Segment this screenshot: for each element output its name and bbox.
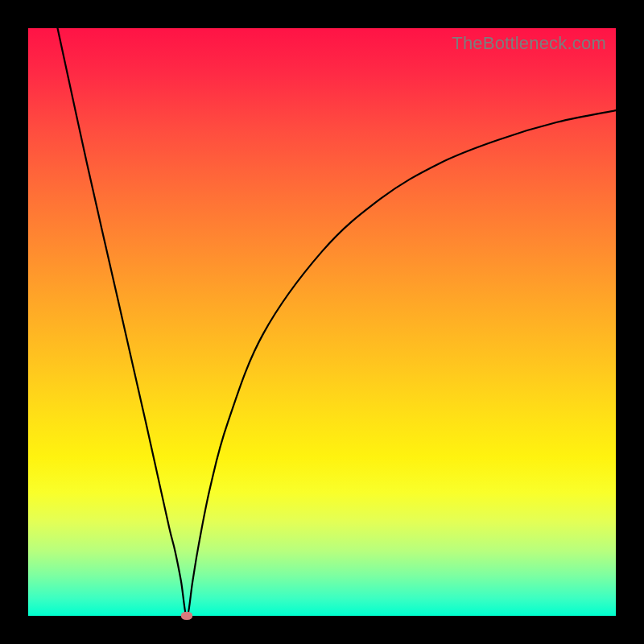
curve-path — [58, 28, 617, 616]
plot-area: TheBottleneck.com — [28, 28, 616, 616]
bottleneck-curve — [28, 28, 616, 616]
chart-frame: TheBottleneck.com — [0, 0, 644, 644]
minimum-point-marker — [181, 612, 192, 620]
